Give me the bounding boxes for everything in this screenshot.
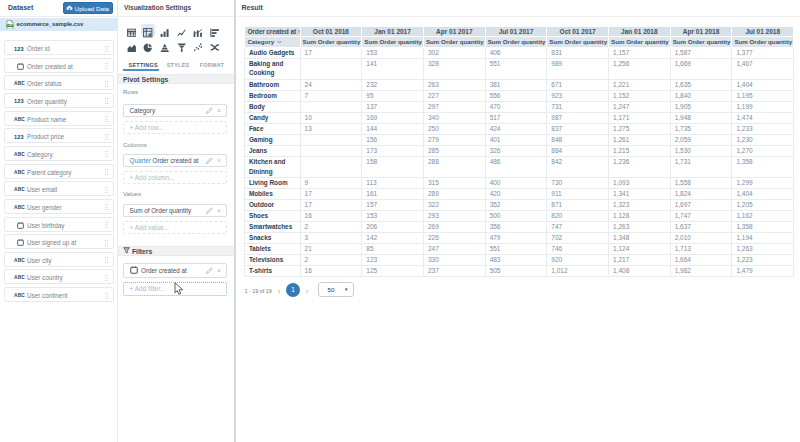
svg-text:CSV: CSV <box>7 23 13 27</box>
